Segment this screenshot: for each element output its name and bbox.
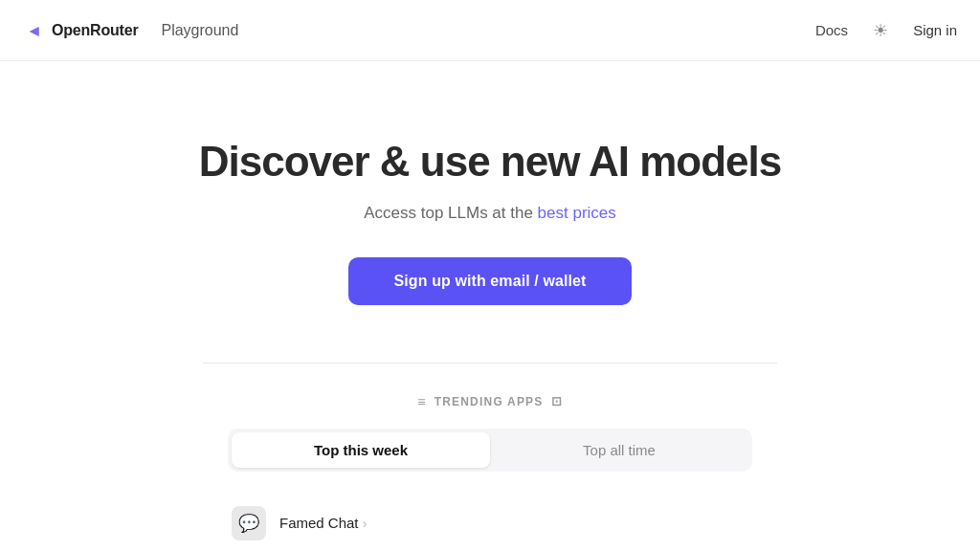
list-item-arrow-icon: › <box>363 516 368 531</box>
playground-link[interactable]: Playground <box>161 22 238 39</box>
list-item-name: Famed Chat › <box>279 515 367 531</box>
trending-section: ≡ TRENDING APPS ⊡ Top this week Top all … <box>0 364 980 551</box>
hero-section: Discover & use new AI models Access top … <box>0 61 980 363</box>
trending-bars-icon: ≡ <box>417 394 426 409</box>
tab-top-all-time[interactable]: Top all time <box>490 432 748 468</box>
trending-box-icon: ⊡ <box>551 394 563 408</box>
list-item[interactable]: 💬 Famed Chat › <box>228 495 752 551</box>
signin-link[interactable]: Sign in <box>913 22 957 38</box>
brand-name: OpenRouter <box>52 22 138 39</box>
signup-button[interactable]: Sign up with email / wallet <box>348 257 633 305</box>
nav-right: Docs ☀ Sign in <box>815 17 957 44</box>
openrouter-logo-icon[interactable]: ◂ <box>23 20 44 41</box>
theme-toggle-icon[interactable]: ☀ <box>867 17 894 44</box>
docs-link[interactable]: Docs <box>815 22 848 38</box>
trending-label: ≡ TRENDING APPS ⊡ <box>417 394 562 409</box>
tab-top-this-week[interactable]: Top this week <box>232 432 490 468</box>
best-prices-link[interactable]: best prices <box>538 204 616 222</box>
navbar: ◂ OpenRouter Playground Docs ☀ Sign in <box>0 0 980 61</box>
trending-tabs: Top this week Top all time <box>228 429 752 472</box>
trending-list: 💬 Famed Chat › <box>228 495 752 551</box>
hero-subtitle-prefix: Access top LLMs at the <box>364 204 537 222</box>
hero-title: Discover & use new AI models <box>199 138 782 187</box>
list-item-icon: 💬 <box>232 506 266 540</box>
nav-left: ◂ OpenRouter Playground <box>23 20 815 41</box>
hero-subtitle: Access top LLMs at the best prices <box>364 204 616 223</box>
